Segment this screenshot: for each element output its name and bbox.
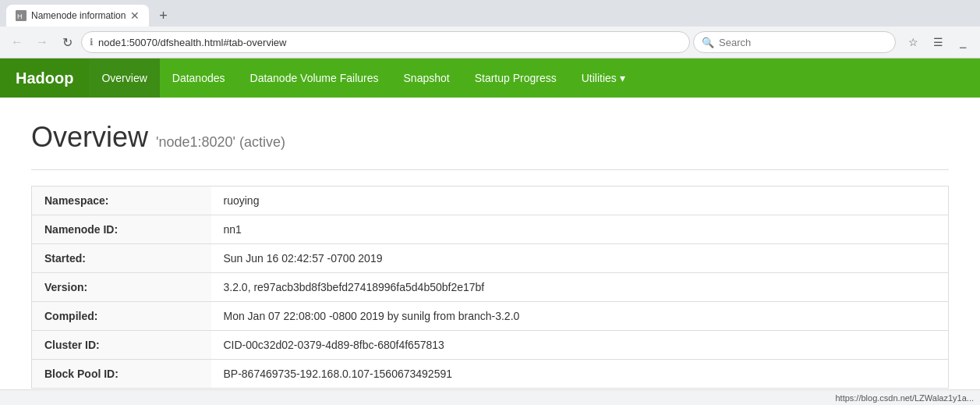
browser-actions: ☆ ☰ ⎯ bbox=[902, 31, 974, 53]
row-value-cluster-id: CID-00c32d02-0379-4d89-8fbc-680f4f657813 bbox=[211, 331, 949, 360]
forward-button[interactable]: → bbox=[31, 31, 53, 53]
extensions-button[interactable]: ⎯ bbox=[952, 31, 974, 53]
row-label-cluster-id: Cluster ID: bbox=[32, 331, 211, 360]
new-tab-button[interactable]: + bbox=[152, 5, 174, 27]
browser-chrome: H Namenode information ✕ + ← → ↻ ℹ node1… bbox=[0, 0, 980, 59]
row-value-compiled: Mon Jan 07 22:08:00 -0800 2019 by sunilg… bbox=[211, 302, 949, 331]
bookmark-button[interactable]: ☆ bbox=[902, 31, 924, 53]
hadoop-brand: Hadoop bbox=[0, 59, 89, 98]
svg-text:H: H bbox=[17, 12, 23, 20]
row-label-namenode-id: Namenode ID: bbox=[32, 215, 211, 244]
row-value-started: Sun Jun 16 02:42:57 -0700 2019 bbox=[211, 244, 949, 273]
dropdown-arrow-icon: ▾ bbox=[620, 72, 625, 84]
row-label-started: Started: bbox=[32, 244, 211, 273]
reading-list-button[interactable]: ☰ bbox=[927, 31, 949, 53]
page-title-subtitle: 'node1:8020' (active) bbox=[156, 134, 285, 150]
url-text: node1:50070/dfshealth.html#tab-overview bbox=[98, 37, 286, 48]
info-icon: ℹ bbox=[90, 37, 94, 48]
nav-link-startup-progress[interactable]: Startup Progress bbox=[462, 59, 569, 98]
main-content: Overview 'node1:8020' (active) Namespace… bbox=[0, 98, 980, 405]
row-label-compiled: Compiled: bbox=[32, 302, 211, 331]
tab-bar: H Namenode information ✕ + bbox=[0, 0, 980, 27]
row-value-block-pool-id: BP-867469735-192.168.0.107-1560673492591 bbox=[211, 360, 949, 389]
nav-link-snapshot[interactable]: Snapshot bbox=[391, 59, 462, 98]
tab-favicon: H bbox=[16, 10, 27, 21]
nav-link-overview[interactable]: Overview bbox=[89, 59, 159, 98]
refresh-button[interactable]: ↻ bbox=[56, 31, 78, 53]
nav-links: Overview Datanodes Datanode Volume Failu… bbox=[89, 59, 637, 98]
table-row: Compiled: Mon Jan 07 22:08:00 -0800 2019… bbox=[32, 302, 949, 331]
tab-title: Namenode information bbox=[31, 10, 126, 21]
nav-link-datanodes[interactable]: Datanodes bbox=[160, 59, 238, 98]
divider bbox=[31, 169, 949, 170]
status-bar: https://blog.csdn.net/LZWalaz1y1a... bbox=[0, 389, 980, 405]
table-row: Namenode ID: nn1 bbox=[32, 215, 949, 244]
browser-tab[interactable]: H Namenode information ✕ bbox=[6, 5, 149, 27]
table-row: Namespace: ruoying bbox=[32, 187, 949, 215]
nav-link-utilities[interactable]: Utilities ▾ bbox=[569, 59, 638, 98]
search-bar-container: 🔍 bbox=[693, 31, 896, 53]
tab-close-button[interactable]: ✕ bbox=[130, 10, 140, 21]
row-label-namespace: Namespace: bbox=[32, 187, 211, 215]
nav-link-datanode-volume-failures[interactable]: Datanode Volume Failures bbox=[238, 59, 391, 98]
row-value-version: 3.2.0, re97acb3bd8f3befd27418996fa5d4b50… bbox=[211, 273, 949, 302]
address-bar[interactable]: ℹ node1:50070/dfshealth.html#tab-overvie… bbox=[81, 31, 690, 53]
table-row: Started: Sun Jun 16 02:42:57 -0700 2019 bbox=[32, 244, 949, 273]
info-table: Namespace: ruoying Namenode ID: nn1 Star… bbox=[31, 186, 949, 389]
search-icon: 🔍 bbox=[702, 37, 714, 48]
nav-bar: ← → ↻ ℹ node1:50070/dfshealth.html#tab-o… bbox=[0, 27, 980, 58]
table-row: Block Pool ID: BP-867469735-192.168.0.10… bbox=[32, 360, 949, 389]
status-url: https://blog.csdn.net/LZWalaz1y1a... bbox=[835, 393, 974, 403]
row-label-version: Version: bbox=[32, 273, 211, 302]
row-value-namespace: ruoying bbox=[211, 187, 949, 215]
table-row: Cluster ID: CID-00c32d02-0379-4d89-8fbc-… bbox=[32, 331, 949, 360]
row-value-namenode-id: nn1 bbox=[211, 215, 949, 244]
hadoop-navbar: Hadoop Overview Datanodes Datanode Volum… bbox=[0, 59, 980, 98]
page-title: Overview 'node1:8020' (active) bbox=[31, 121, 949, 154]
search-input[interactable] bbox=[719, 37, 887, 48]
table-row: Version: 3.2.0, re97acb3bd8f3befd2741899… bbox=[32, 273, 949, 302]
back-button[interactable]: ← bbox=[6, 31, 28, 53]
row-label-block-pool-id: Block Pool ID: bbox=[32, 360, 211, 389]
